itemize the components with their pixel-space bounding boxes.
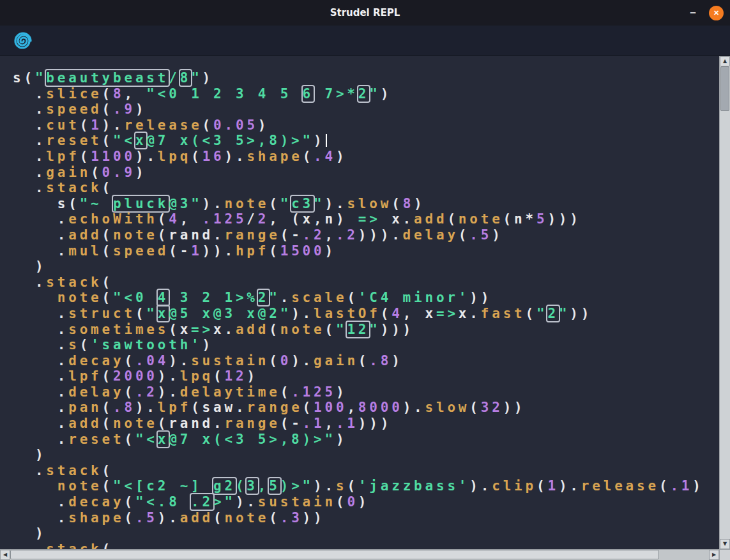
scroll-right-button[interactable]: ▶ [709, 550, 719, 560]
vertical-scroll-track[interactable] [720, 66, 730, 539]
code-token: lastOf [314, 306, 381, 321]
left-arrow-icon: ◀ [3, 552, 7, 557]
code-token: fast [481, 306, 526, 321]
code-token: . [224, 243, 235, 259]
code-token: ) [158, 368, 169, 384]
code-token: ) [158, 510, 169, 526]
code-editor[interactable]: s("beautybeast/8") .slice(8, "<0 1 2 3 4… [0, 56, 719, 549]
code-token: . [13, 432, 68, 447]
code-token: x [135, 133, 146, 148]
code-token: .125 [202, 211, 247, 227]
code-token: . [13, 180, 46, 195]
code-token: . [13, 541, 46, 549]
code-token: 2 [547, 306, 558, 321]
code-token: .8 [369, 353, 392, 368]
code-line: ) [13, 526, 719, 541]
code-token: stack [46, 541, 102, 549]
code-token: ( [124, 432, 135, 447]
code-token: ( [213, 510, 224, 526]
code-token: .2 [135, 384, 158, 400]
strudel-repl-window: Strudel REPL – ✕ s("beautybeast/8") .sli… [0, 0, 730, 560]
scroll-left-button[interactable]: ◀ [0, 550, 10, 560]
code-line: .add(note(rand.range(-.2,.2))).delay(.5) [13, 227, 719, 243]
code-token: . [280, 290, 291, 305]
minimize-button[interactable]: – [687, 6, 699, 19]
code-token: note [280, 322, 325, 337]
code-line: .shape(.5).add(note(.3)) [13, 510, 719, 526]
horizontal-scroll-track[interactable] [10, 550, 709, 560]
code-token: 8 [180, 70, 191, 86]
code-token: . [169, 384, 179, 400]
code-line: s("~ pluck@3").note("c3").slow(8) [13, 196, 719, 212]
code-token: mul [68, 243, 102, 259]
code-token: ) [135, 400, 146, 415]
code-token: "<[c2 ~] [113, 478, 213, 494]
vertical-scrollbar[interactable]: ▲ ▼ [719, 56, 730, 549]
code-token: ) [314, 478, 324, 494]
code-token: > [213, 494, 224, 510]
strudel-logo[interactable] [13, 31, 33, 51]
code-token: 1500 [280, 243, 325, 259]
code-token: ))) [358, 416, 392, 431]
code-token: 2 [258, 290, 269, 305]
code-token: . [13, 227, 68, 243]
code-line: .speed(.9) [13, 102, 719, 117]
code-line: .cut(1).release(0.05) [13, 117, 719, 133]
code-token [13, 478, 57, 494]
code-token: ) [135, 149, 146, 164]
code-token: ( [102, 290, 113, 305]
code-token: .3 [280, 510, 303, 526]
close-icon: ✕ [713, 10, 719, 17]
code-token: . [13, 416, 68, 431]
code-token: . [13, 510, 68, 526]
code-token: shape [68, 510, 124, 526]
code-token: s [13, 196, 68, 211]
code-token: add [236, 322, 269, 337]
code-token: 5 [536, 211, 547, 227]
code-token: 8 [403, 196, 414, 211]
code-token: , [258, 478, 269, 494]
code-token: . [247, 494, 257, 510]
code-token: . [414, 400, 425, 415]
code-token: slow [347, 196, 392, 211]
code-token: " [559, 306, 570, 321]
code-token: .5 [469, 227, 492, 243]
code-token: @3 [169, 196, 191, 211]
code-token: 32 [481, 400, 503, 415]
code-token: x. [213, 322, 236, 337]
code-token: note [113, 227, 158, 243]
code-token: clip [492, 478, 536, 494]
scroll-down-button[interactable]: ▼ [720, 539, 730, 549]
code-token: @7 x(<3 5>,8)> [169, 432, 324, 447]
code-token: ) [692, 478, 703, 494]
code-token: range [224, 227, 280, 243]
horizontal-scroll-thumb[interactable] [10, 550, 659, 559]
scroll-up-button[interactable]: ▲ [720, 56, 730, 66]
code-token: ) [135, 102, 146, 117]
code-token: . [325, 478, 336, 494]
code-token: ( [358, 353, 369, 368]
code-token: ) [325, 243, 336, 259]
code-token: lpq [158, 149, 191, 164]
close-button[interactable]: ✕ [709, 6, 724, 20]
code-token: )> [280, 478, 303, 494]
scrollbar-corner [719, 549, 730, 560]
code-token: 12 [347, 322, 369, 337]
code-token: "<0 [113, 290, 158, 305]
horizontal-scrollbar[interactable]: ◀ ▶ [0, 549, 719, 560]
code-line: .lpf(1100).lpq(16).shape(.4) [13, 149, 719, 165]
code-token: lpq [180, 368, 213, 384]
code-token: range [247, 400, 302, 415]
code-token: . [13, 133, 46, 148]
code-token: . [13, 165, 46, 180]
vertical-scroll-thumb[interactable] [720, 66, 729, 111]
code-token: ( [102, 180, 113, 195]
code-token: 4 [392, 306, 402, 321]
titlebar[interactable]: Strudel REPL – ✕ [0, 0, 730, 26]
code-token: ) [314, 133, 324, 148]
code-token: ( [336, 494, 347, 510]
code-token: " [280, 306, 291, 321]
code-token: ( [280, 384, 291, 400]
code-line: .add(note(rand.range(-.1,.1))) [13, 416, 719, 432]
code-token: ) [258, 117, 269, 133]
